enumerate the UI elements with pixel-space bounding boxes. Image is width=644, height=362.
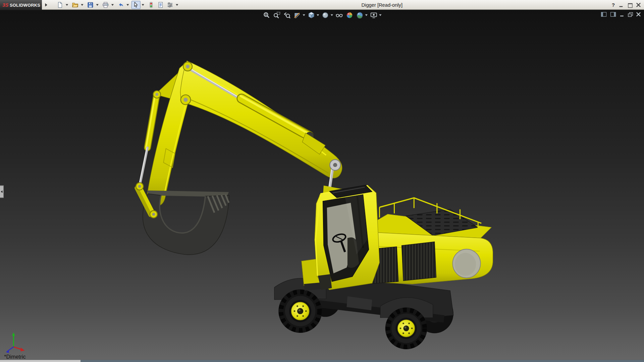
open-caret[interactable] [81, 4, 83, 6]
main-toolbar [55, 1, 180, 9]
apply-scene-icon [356, 11, 364, 19]
save-icon [87, 1, 94, 8]
status-bar [0, 360, 644, 362]
section-view-caret[interactable] [303, 14, 305, 16]
options-button[interactable] [165, 1, 174, 9]
application-window: 3S SOLIDWORKS [0, 0, 644, 362]
view-settings-button[interactable] [369, 11, 379, 20]
file-properties-button[interactable] [156, 1, 165, 9]
close-button[interactable] [636, 3, 641, 7]
cab[interactable] [315, 185, 379, 290]
rebuild-traffic-light-icon [148, 1, 155, 8]
boom-arm[interactable] [139, 61, 350, 206]
document-minimize-button[interactable] [620, 12, 624, 16]
print-icon [102, 1, 109, 8]
display-style-caret[interactable] [331, 14, 333, 16]
zoom-to-area-icon [273, 11, 280, 19]
new-document-button[interactable] [55, 1, 64, 9]
rear-wheel[interactable] [385, 307, 427, 349]
viewport[interactable]: *Dimetric [0, 10, 644, 360]
help-button[interactable]: ? [612, 2, 615, 8]
new-document-caret[interactable] [66, 4, 68, 6]
maximize-button[interactable] [628, 3, 632, 7]
bucket[interactable] [143, 190, 229, 255]
save-caret[interactable] [96, 4, 99, 6]
document-window-controls [601, 12, 641, 17]
display-style-icon [322, 11, 329, 19]
window-controls: ? [612, 0, 641, 10]
view-settings-caret[interactable] [379, 14, 381, 16]
previous-view-icon [283, 11, 291, 19]
save-button[interactable] [86, 1, 95, 9]
zoom-to-fit-icon [263, 11, 270, 19]
zoom-to-area-button[interactable] [272, 11, 282, 20]
open-button[interactable] [71, 1, 80, 9]
title-bar: 3S SOLIDWORKS [0, 0, 644, 10]
section-view-icon [294, 11, 301, 19]
select-cursor-icon [133, 1, 140, 8]
apply-scene-button[interactable] [355, 11, 365, 20]
options-caret[interactable] [176, 4, 178, 6]
display-style-button[interactable] [320, 11, 330, 20]
z-axis [8, 347, 13, 351]
undo-button[interactable] [116, 1, 125, 9]
edit-appearance-icon [346, 11, 353, 19]
excavator-model[interactable] [136, 61, 493, 349]
print-caret[interactable] [111, 4, 114, 6]
section-view-button[interactable] [292, 11, 302, 20]
open-folder-icon [72, 1, 78, 8]
view-orientation-caret[interactable] [317, 14, 319, 16]
grille-right [402, 242, 436, 281]
document-restore-button[interactable] [628, 12, 632, 16]
front-wheel[interactable] [278, 289, 322, 333]
select-caret[interactable] [142, 4, 144, 6]
window-title: Digger [Read-only] [362, 0, 403, 10]
brand-text: SOLIDWORKS [10, 2, 40, 7]
zoom-to-fit-button[interactable] [262, 11, 271, 20]
graphics-area[interactable] [0, 10, 644, 360]
heads-up-toolbar [262, 11, 382, 20]
select-button[interactable] [131, 1, 141, 9]
new-document-icon [57, 1, 63, 8]
file-properties-icon [157, 1, 164, 8]
minimize-button[interactable] [619, 3, 623, 7]
rebuild-button[interactable] [147, 1, 156, 9]
hide-show-items-button[interactable] [334, 11, 344, 20]
view-settings-icon [370, 11, 377, 19]
solidworks-logo: 3S SOLIDWORKS [0, 0, 42, 10]
orientation-triad[interactable] [6, 333, 24, 353]
options-icon [167, 1, 173, 8]
brand-mark: 3S [2, 2, 8, 8]
edit-appearance-button[interactable] [344, 11, 354, 20]
undo-caret[interactable] [126, 4, 129, 6]
print-button[interactable] [101, 1, 110, 9]
menu-expand-arrow-icon[interactable] [45, 3, 47, 6]
view-orientation-button[interactable] [306, 11, 316, 20]
pane-right-icon[interactable] [610, 12, 616, 17]
panel-splitter-handle[interactable] [0, 185, 4, 198]
pane-left-icon[interactable] [601, 12, 606, 17]
previous-view-button[interactable] [282, 11, 292, 20]
view-orientation-cube-icon [308, 11, 315, 19]
view-orientation-label: *Dimetric [4, 354, 26, 360]
hide-show-items-icon [335, 11, 343, 19]
undo-icon [117, 1, 124, 8]
apply-scene-caret[interactable] [365, 14, 368, 16]
document-close-button[interactable] [636, 12, 641, 16]
status-bar-left-segment [0, 360, 80, 362]
